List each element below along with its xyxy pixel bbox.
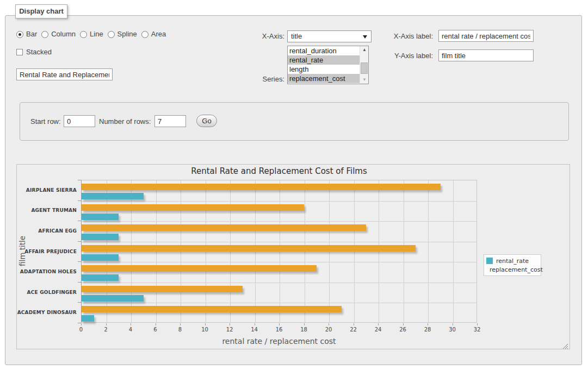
bar-replacement_cost	[82, 224, 366, 231]
x-tick-label: 22	[345, 327, 362, 333]
x-tick-label: 20	[320, 327, 337, 333]
bar-rental_rate	[82, 254, 119, 261]
chart-type-label: Line	[90, 30, 103, 39]
chart-x-axis-title: rental rate / replacement cost	[81, 337, 477, 346]
bar-replacement_cost	[82, 204, 304, 211]
y-tick-mark	[78, 302, 81, 303]
chart-title: Rental Rate and Replacement Cost of Film…	[81, 166, 477, 176]
series-option-rental_duration[interactable]: rental_duration	[288, 46, 360, 55]
x-tick-label: 6	[147, 327, 164, 333]
radio-icon-column[interactable]	[41, 31, 48, 38]
x-axis-label-field-label: X-Axis label:	[379, 32, 433, 41]
chart-type-option-area: Area	[141, 30, 166, 39]
gridline	[82, 221, 476, 222]
x-tick-label: 0	[73, 327, 89, 333]
number-of-rows-label: Number of rows:	[99, 117, 151, 126]
number-of-rows-input[interactable]	[154, 115, 186, 127]
category-label: ADAPTATION HOLES	[17, 268, 77, 275]
panel-title: Display chart	[15, 4, 67, 18]
chart-type-label: Column	[51, 30, 76, 39]
category-label: ACADEMY DINOSAUR	[17, 309, 77, 316]
series-select-label: Series:	[234, 75, 284, 84]
chart-type-option-spline: Spline	[108, 30, 137, 39]
x-tick-label: 18	[296, 327, 312, 333]
x-tick-mark	[230, 323, 230, 325]
chart-type-label: Spline	[117, 30, 137, 39]
category-label: AIRPLANE SIERRA	[17, 187, 77, 193]
scroll-up-icon[interactable]: ▲	[360, 46, 369, 54]
radio-icon-line[interactable]	[80, 31, 87, 38]
x-tick-mark	[428, 323, 428, 325]
bar-rental_rate	[82, 193, 144, 199]
x-tick-label: 2	[98, 327, 114, 333]
x-tick-mark	[378, 323, 379, 325]
x-tick-label: 10	[197, 327, 213, 333]
legend-swatch-rental_rate	[486, 258, 493, 264]
go-button[interactable]: Go	[196, 115, 217, 127]
x-tick-mark	[156, 323, 156, 325]
y-axis-label-field-label: Y-Axis label:	[379, 52, 433, 60]
x-tick-mark	[106, 323, 107, 325]
legend-label: rental_rate	[496, 258, 529, 265]
gridline	[82, 201, 476, 202]
category-label: AGENT TRUMAN	[17, 207, 77, 214]
gridline	[82, 303, 476, 303]
series-multiselect[interactable]: rental_durationrental_ratelengthreplacem…	[287, 46, 369, 84]
bar-rental_rate	[82, 214, 119, 220]
gridline	[82, 242, 476, 242]
x-axis-label-input[interactable]	[438, 30, 534, 42]
chart-plot-area	[81, 180, 477, 323]
y-tick-mark	[78, 323, 81, 323]
gridline	[428, 180, 429, 322]
gridline	[82, 262, 476, 262]
chart-legend: rental_ratereplacement_cost	[484, 254, 541, 276]
gridline	[82, 283, 476, 283]
stacked-row: Stacked	[16, 48, 52, 57]
x-tick-mark	[403, 323, 404, 325]
scroll-down-icon[interactable]: ▼	[360, 76, 369, 84]
start-row-input[interactable]	[64, 115, 95, 127]
y-tick-mark	[78, 221, 81, 221]
bar-replacement_cost	[82, 245, 416, 252]
chart-type-label: Area	[151, 30, 166, 39]
series-option-replacement_cost[interactable]: replacement_cost	[288, 74, 360, 83]
category-label: AFFAIR PREJUDICE	[17, 248, 77, 255]
series-option-length[interactable]: length	[288, 65, 360, 74]
series-options: rental_durationrental_ratelengthreplacem…	[288, 46, 368, 83]
bar-replacement_cost	[82, 306, 342, 312]
legend-row: rental_rate	[486, 256, 539, 265]
legend-row: replacement_cost	[486, 265, 539, 274]
category-label: AFRICAN EGG	[17, 228, 77, 234]
stacked-checkbox[interactable]	[16, 49, 23, 55]
x-axis-selected-value: title	[291, 32, 302, 40]
series-scrollbar[interactable]: ▲ ▼	[360, 46, 368, 84]
chart-title-input[interactable]	[16, 68, 113, 80]
x-tick-mark	[180, 323, 181, 325]
y-tick-mark	[78, 241, 81, 242]
radio-icon-area[interactable]	[141, 31, 148, 38]
x-tick-mark	[354, 323, 354, 325]
stacked-label: Stacked	[26, 48, 52, 57]
bar-rental_rate	[82, 295, 144, 302]
bar-rental_rate	[82, 274, 119, 281]
series-option-rental_rate[interactable]: rental_rate	[288, 55, 360, 65]
x-tick-label: 30	[444, 327, 461, 333]
x-tick-mark	[205, 323, 206, 325]
category-label: ACE GOLDFINGER	[17, 289, 77, 296]
resize-grip-icon[interactable]	[562, 343, 568, 349]
x-tick-label: 28	[419, 327, 436, 333]
radio-icon-bar[interactable]	[16, 31, 23, 38]
x-tick-label: 24	[370, 327, 386, 333]
y-tick-mark	[78, 261, 81, 262]
y-axis-label-input[interactable]	[438, 49, 534, 61]
radio-icon-spline[interactable]	[108, 31, 115, 38]
x-tick-mark	[453, 323, 453, 325]
chart-type-option-bar: Bar	[16, 30, 37, 39]
dropdown-arrow-icon	[363, 35, 367, 39]
start-row-label: Start row:	[30, 117, 61, 126]
scrollbar-thumb[interactable]	[361, 62, 368, 74]
chart-container: Rental Rate and Replacement Cost of Film…	[16, 164, 570, 349]
x-tick-label: 4	[122, 327, 139, 333]
x-tick-label: 32	[469, 327, 485, 333]
x-axis-select[interactable]: title	[287, 30, 372, 42]
